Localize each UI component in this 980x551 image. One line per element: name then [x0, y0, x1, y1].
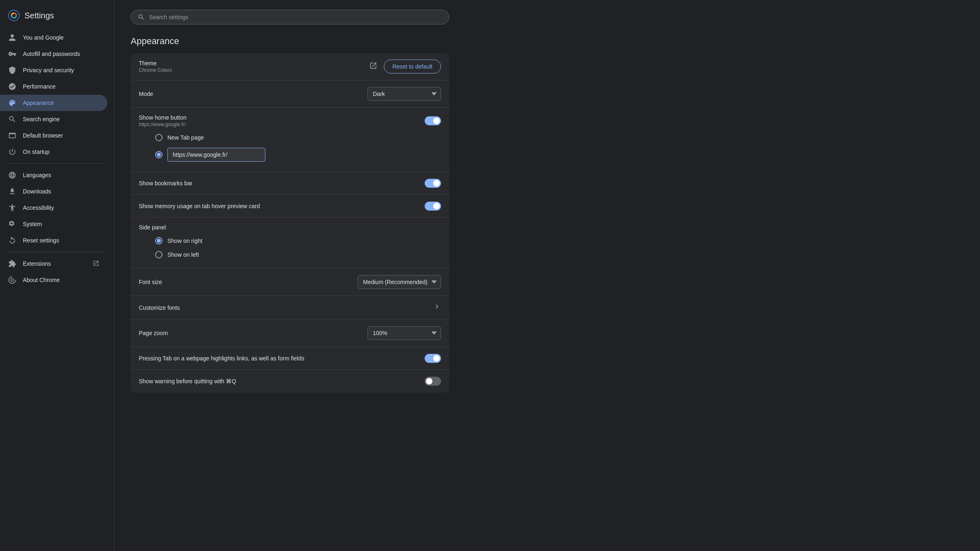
sidebar-item-about-chrome[interactable]: About Chrome — [0, 272, 107, 288]
font-size-label: Font size — [139, 279, 162, 285]
power-icon — [8, 148, 16, 156]
appearance-settings-card: Theme Chrome Colors Reset to default Mod… — [131, 53, 449, 393]
reset-to-default-button[interactable]: Reset to default — [384, 60, 441, 73]
side-panel-label: Side panel — [139, 224, 166, 231]
sidebar-item-performance[interactable]: Performance — [0, 78, 107, 95]
svg-point-3 — [11, 279, 14, 282]
custom-url-radio[interactable] — [155, 151, 163, 158]
sidebar-item-label: On startup — [23, 149, 99, 155]
sidebar-item-label: System — [23, 221, 99, 227]
sidebar-title: Settings — [24, 11, 54, 20]
sidebar-item-system[interactable]: System — [0, 216, 107, 232]
home-button-row-left: Show home button https://www.google.fr/ — [139, 114, 425, 127]
sidebar-item-label: Privacy and security — [23, 67, 99, 73]
page-zoom-row: Page zoom 75% 90% 100% 110% 125% 150% 17… — [131, 320, 449, 347]
custom-url-radio-row[interactable] — [139, 144, 282, 165]
sidebar-header: Settings — [0, 7, 114, 29]
pressing-tab-toggle[interactable] — [425, 354, 441, 363]
show-warning-toggle[interactable] — [425, 377, 441, 386]
sidebar-item-label: Autofill and passwords — [23, 51, 99, 57]
gauge-icon — [8, 82, 16, 91]
show-on-left-radio[interactable] — [155, 251, 163, 258]
home-button-url: https://www.google.fr/ — [139, 122, 425, 127]
bookmarks-bar-label: Show bookmarks bar — [139, 180, 193, 187]
custom-url-input[interactable] — [167, 148, 265, 162]
show-on-left-radio-row[interactable]: Show on left — [139, 248, 215, 262]
language-icon — [8, 171, 16, 179]
sidebar-item-languages[interactable]: Languages — [0, 167, 107, 183]
theme-label: Theme — [139, 60, 369, 67]
person-icon — [8, 33, 16, 42]
show-on-right-radio[interactable] — [155, 237, 163, 244]
sidebar-item-downloads[interactable]: Downloads — [0, 183, 107, 200]
show-memory-usage-toggle[interactable] — [425, 202, 441, 211]
pressing-tab-label: Pressing Tab on a webpage highlights lin… — [139, 355, 304, 362]
page-zoom-dropdown[interactable]: 75% 90% 100% 110% 125% 150% 175% 200% — [368, 326, 441, 340]
new-tab-radio[interactable] — [155, 134, 163, 141]
show-warning-row: Show warning before quitting with ⌘Q — [131, 370, 449, 393]
sidebar-item-label: You and Google — [23, 34, 99, 41]
sidebar-divider-2 — [8, 252, 106, 252]
theme-row-left: Theme Chrome Colors — [139, 60, 369, 73]
sidebar-item-label: Extensions — [23, 260, 86, 267]
home-button-label: Show home button — [139, 114, 425, 121]
mode-row-left: Mode — [139, 91, 368, 97]
sidebar-item-label: Reset settings — [23, 237, 99, 244]
theme-row-actions: Reset to default — [369, 60, 441, 73]
customize-fonts-label: Customize fonts — [139, 304, 180, 311]
show-home-button-row: Show home button https://www.google.fr/ … — [131, 108, 449, 172]
font-size-dropdown[interactable]: Very small Small Medium (Recommended) La… — [358, 275, 441, 289]
chrome-icon — [8, 276, 16, 284]
side-panel-row: Side panel Show on right Show on left — [131, 218, 449, 269]
show-on-right-label: Show on right — [167, 238, 203, 244]
show-on-right-radio-row[interactable]: Show on right — [139, 234, 219, 248]
sidebar-item-autofill[interactable]: Autofill and passwords — [0, 46, 107, 62]
show-home-button-toggle[interactable] — [425, 116, 441, 125]
mode-dropdown[interactable]: Light Dark Device (Dark) — [368, 87, 441, 101]
main-content: Appearance Theme Chrome Colors Reset to … — [114, 0, 980, 551]
download-icon — [8, 187, 16, 196]
search-bar[interactable] — [131, 10, 449, 24]
external-link-icon — [93, 260, 99, 268]
sidebar-item-default-browser[interactable]: Default browser — [0, 127, 107, 144]
sidebar: Settings You and Google Autofill and pas… — [0, 0, 114, 551]
search-input[interactable] — [149, 14, 442, 20]
sidebar-item-appearance[interactable]: Appearance — [0, 95, 107, 111]
font-size-row: Font size Very small Small Medium (Recom… — [131, 269, 449, 296]
sidebar-item-privacy-security[interactable]: Privacy and security — [0, 62, 107, 78]
sidebar-item-label: Default browser — [23, 132, 99, 139]
pressing-tab-row: Pressing Tab on a webpage highlights lin… — [131, 347, 449, 370]
sidebar-item-search-engine[interactable]: Search engine — [0, 111, 107, 127]
sidebar-divider — [8, 163, 106, 164]
sidebar-item-label: Downloads — [23, 188, 99, 195]
sidebar-item-label: Search engine — [23, 116, 99, 122]
sidebar-item-on-startup[interactable]: On startup — [0, 144, 107, 160]
customize-fonts-row[interactable]: Customize fonts — [131, 296, 449, 320]
sidebar-item-you-and-google[interactable]: You and Google — [0, 29, 107, 46]
show-bookmarks-bar-toggle[interactable] — [425, 179, 441, 188]
browser-icon — [8, 131, 16, 140]
system-icon — [8, 220, 16, 228]
accessibility-icon — [8, 204, 16, 212]
chrome-logo-icon — [8, 10, 20, 21]
memory-usage-label: Show memory usage on tab hover preview c… — [139, 203, 260, 209]
sidebar-item-label: Languages — [23, 172, 99, 178]
search-bar-icon — [138, 13, 145, 21]
sidebar-item-extensions[interactable]: Extensions — [0, 256, 107, 272]
reset-icon — [8, 236, 16, 244]
show-memory-usage-row: Show memory usage on tab hover preview c… — [131, 195, 449, 218]
chevron-right-icon — [433, 302, 441, 313]
sidebar-item-label: Performance — [23, 83, 99, 90]
sidebar-item-accessibility[interactable]: Accessibility — [0, 200, 107, 216]
sidebar-item-reset-settings[interactable]: Reset settings — [0, 232, 107, 249]
sidebar-item-label: Appearance — [23, 100, 99, 106]
sidebar-item-label: Accessibility — [23, 204, 99, 211]
external-link-icon[interactable] — [369, 62, 377, 72]
shield-icon — [8, 66, 16, 74]
new-tab-radio-row[interactable]: New Tab page — [139, 131, 220, 144]
mode-label: Mode — [139, 91, 368, 97]
show-bookmarks-bar-row: Show bookmarks bar — [131, 172, 449, 195]
sidebar-item-label: About Chrome — [23, 277, 99, 283]
theme-sublabel: Chrome Colors — [139, 67, 369, 73]
paint-icon — [8, 99, 16, 107]
